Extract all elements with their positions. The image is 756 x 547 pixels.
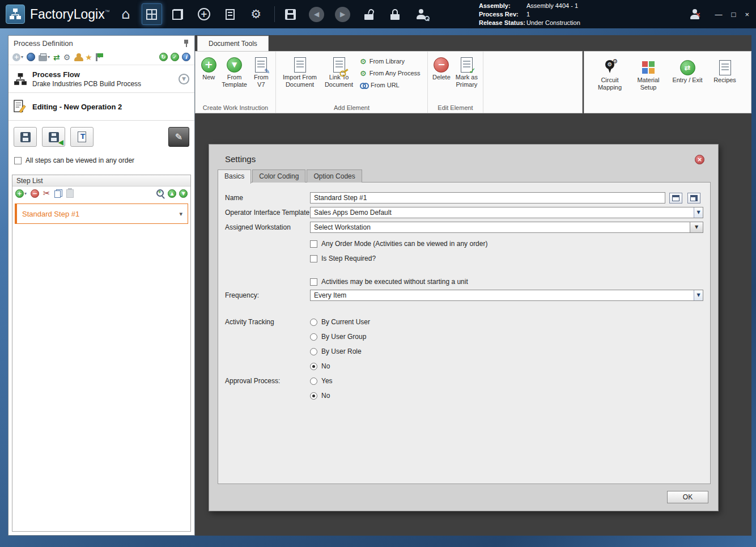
edit-mode-button[interactable]: ✎ [168, 127, 189, 147]
any-order-mode-checkbox[interactable] [310, 240, 317, 248]
any-order-mode-row[interactable]: Any Order Mode (Activities can be viewed… [310, 240, 703, 248]
template-operation-button[interactable]: T [70, 127, 94, 147]
workstation-dropdown[interactable]: Select Workstation ▼ [310, 222, 703, 233]
forward-button[interactable]: ▶ [333, 3, 353, 25]
dispatch-button[interactable]: + [194, 3, 214, 25]
new-button[interactable]: + New [198, 53, 220, 81]
app-logo-icon [6, 5, 25, 24]
workstation-value: Select Workstation [311, 222, 690, 232]
tab-option-codes[interactable]: Option Codes [307, 169, 362, 183]
logout-user-button[interactable]: × [685, 3, 705, 25]
lock-button[interactable] [385, 3, 405, 25]
tab-color-coding[interactable]: Color Coding [252, 169, 305, 183]
add-step-button[interactable]: +▾ [15, 189, 27, 198]
copy-step-button[interactable] [54, 189, 62, 198]
process-flow-icon [14, 73, 27, 86]
from-library-button[interactable]: ⚙ From Library [360, 57, 421, 66]
radio-approval-no[interactable]: No [310, 392, 333, 400]
save-button[interactable] [281, 3, 301, 25]
milestones-button[interactable]: ▾ [96, 52, 100, 62]
sync-button[interactable]: ⇄ [53, 52, 60, 62]
recipes-button[interactable]: Recipes [710, 56, 740, 84]
refresh-button[interactable]: ↻ [159, 52, 168, 62]
back-button[interactable]: ◀ [307, 3, 327, 25]
is-step-required-row[interactable]: Is Step Required? [310, 255, 703, 262]
pin-icon[interactable] [183, 40, 189, 47]
maximize-button[interactable]: □ [732, 10, 736, 19]
workstation-dropdown-button[interactable]: ▼ [690, 222, 703, 232]
step-list-item[interactable]: Standard Step #1 ▾ [15, 203, 188, 224]
from-url-button[interactable]: From URL [360, 80, 421, 90]
import-from-document-button[interactable]: Import From Document [278, 53, 321, 88]
print-button[interactable]: ▾ [39, 52, 50, 62]
from-v7-button[interactable]: ✎ From V7 [249, 53, 273, 88]
unlock-button[interactable] [359, 3, 379, 25]
reports-button[interactable] [220, 3, 240, 25]
mark-as-primary-button[interactable]: ✓ Mark as Primary [453, 53, 481, 88]
radio-icon[interactable] [310, 378, 317, 385]
ok-button[interactable]: OK [667, 491, 708, 503]
link-to-document-button[interactable]: Link To Document [321, 53, 356, 88]
minimize-button[interactable]: — [715, 10, 723, 19]
entry-exit-button[interactable]: ⇄ Entry / Exit [669, 56, 706, 84]
documents-button[interactable] [168, 3, 188, 25]
move-step-up-button[interactable]: ▲ [168, 189, 176, 198]
find-user-button[interactable] [411, 3, 431, 25]
tools-button[interactable]: ⚙ [63, 52, 71, 62]
name-advanced-editor-button[interactable] [687, 193, 700, 203]
favorite-button[interactable]: ★ [85, 52, 92, 62]
dropdown-arrow-icon[interactable]: ▼ [694, 290, 703, 300]
radio-by-user-group[interactable]: By User Group [310, 333, 370, 341]
from-template-button[interactable]: ▼ From Template [220, 53, 249, 88]
radio-icon[interactable] [310, 363, 317, 370]
paste-step-button[interactable] [66, 189, 74, 198]
chevron-down-icon: ▾ [21, 55, 23, 60]
step-expand-chevron-icon[interactable]: ▾ [179, 211, 182, 217]
is-step-required-checkbox[interactable] [310, 255, 317, 262]
datasheet-icon [672, 195, 679, 201]
any-order-row[interactable]: All steps can be viewed in any order [9, 152, 194, 169]
cut-step-button[interactable]: ✂ [43, 189, 50, 198]
radio-icon[interactable] [310, 348, 317, 355]
web-publish-button[interactable] [27, 52, 35, 62]
radio-by-user-role[interactable]: By User Role [310, 347, 370, 355]
tab-basics[interactable]: Basics [218, 169, 251, 184]
radio-icon[interactable] [310, 319, 317, 326]
dropdown-arrow-icon[interactable]: ▼ [694, 207, 703, 218]
name-editor-button[interactable] [669, 193, 682, 203]
settings-button[interactable]: ⚙ [246, 3, 266, 25]
home-button[interactable]: ⌂ [116, 3, 136, 25]
collapse-flow-button[interactable]: ▼ [179, 74, 189, 84]
process-definition-button[interactable] [142, 3, 162, 25]
radio-icon[interactable] [310, 392, 317, 400]
radio-icon[interactable] [310, 333, 317, 341]
info-button[interactable]: i [182, 52, 190, 62]
material-setup-icon [642, 61, 655, 74]
activity-tracking-label: Activity Tracking [225, 318, 310, 326]
tab-document-tools[interactable]: Document Tools [197, 36, 269, 51]
radio-by-current-user[interactable]: By Current User [310, 318, 370, 326]
from-any-process-button[interactable]: ⚙ From Any Process [360, 69, 421, 78]
close-button[interactable]: × [745, 10, 749, 19]
remove-step-button[interactable]: − [31, 189, 39, 198]
operator-template-dropdown[interactable]: Sales Apps Demo Default ▼ [310, 207, 703, 218]
validate-button[interactable]: ✓ [171, 52, 179, 62]
move-step-down-button[interactable]: ▼ [179, 189, 188, 198]
any-order-checkbox[interactable] [14, 157, 22, 164]
material-setup-button[interactable]: Material Setup [632, 56, 665, 91]
import-operation-button[interactable]: ◀ [42, 127, 65, 147]
zoom-steps-button[interactable]: + [156, 189, 165, 198]
radio-approval-yes[interactable]: Yes [310, 377, 333, 385]
activities-without-unit-row[interactable]: Activities may be executed without start… [310, 278, 703, 286]
save-operation-button[interactable] [14, 127, 37, 147]
settings-close-button[interactable]: × [695, 155, 704, 164]
radio-activity-no[interactable]: No [310, 362, 370, 370]
activities-without-unit-checkbox[interactable] [310, 278, 317, 286]
assign-user-button[interactable] [74, 52, 82, 62]
move-up-icon: ▲ [168, 189, 176, 198]
add-process-button[interactable]: +▾ [12, 52, 23, 62]
name-input[interactable]: Standard Step #1 [310, 192, 665, 203]
circuit-mapping-button[interactable]: ⚙⚙ Circuit Mapping [592, 56, 627, 91]
frequency-dropdown[interactable]: Every Item ▼ [310, 290, 703, 301]
delete-button[interactable]: − Delete [430, 53, 453, 81]
